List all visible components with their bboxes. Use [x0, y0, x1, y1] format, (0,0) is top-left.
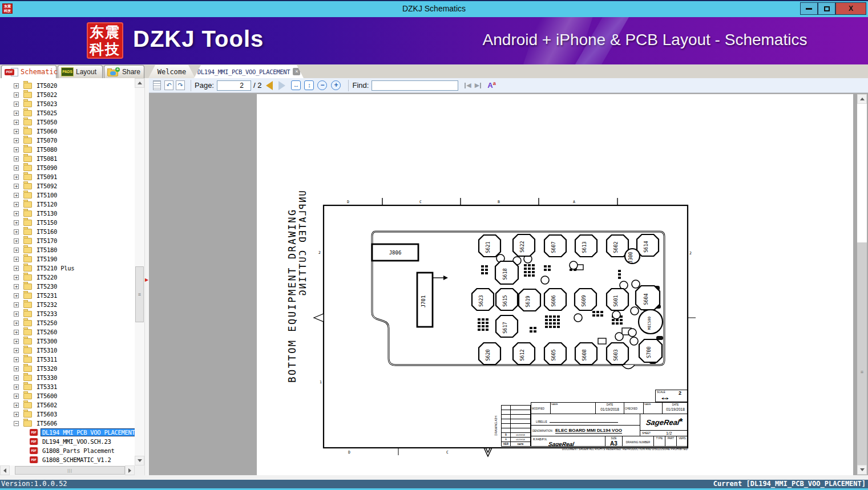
tree-folder-IT5600[interactable]: +IT5600 [0, 391, 135, 400]
tree-folder-IT5230[interactable]: +IT5230 [0, 282, 135, 291]
scrollbar-thumb[interactable]: ≡ [135, 266, 144, 322]
tree-folder-IT5170[interactable]: +IT5170 [0, 236, 135, 245]
tab-layout[interactable]: PADS Layout [58, 65, 103, 78]
scroll-down-icon[interactable] [857, 465, 867, 475]
smd-pad-cluster [618, 273, 621, 276]
tree-folder-IT5603[interactable]: +IT5603 [0, 410, 135, 419]
sidebar-vertical-scrollbar[interactable]: ≡ [135, 78, 144, 465]
text-select-icon[interactable] [153, 80, 161, 90]
scrollbar-thumb[interactable] [857, 242, 867, 465]
smd-pad-cluster [481, 269, 484, 271]
rotate-right-icon[interactable]: ↷ [176, 80, 185, 90]
find-input[interactable] [372, 80, 458, 91]
zoom-out-button[interactable]: − [317, 80, 327, 90]
tree-folder-IT5250[interactable]: +IT5250 [0, 318, 135, 327]
tab-document-active[interactable]: DL194_MMI_PCB_VOO_PLACEMENT × [194, 65, 304, 78]
svg-text:S604: S604 [643, 293, 649, 305]
splitter-collapse-icon[interactable]: ▶ [145, 277, 148, 282]
small-component [612, 311, 620, 319]
tree-document-G1808_Parts-Placement[interactable]: PDFG1808_Parts Placement [0, 446, 135, 455]
scroll-down-icon[interactable] [135, 456, 144, 465]
smd-pad-cluster [482, 322, 485, 324]
svg-text:B: B [498, 200, 500, 204]
schematic-tree-panel: +IT5020+IT5022+IT5023+IT5025+IT5050+IT50… [0, 78, 144, 475]
tree-folder-IT5190[interactable]: +IT5190 [0, 254, 135, 264]
tree-folder-IT5025[interactable]: +IT5025 [0, 108, 135, 118]
tree-folder-IT5602[interactable]: +IT5602 [0, 400, 135, 410]
tree-folder-IT5091[interactable]: +IT5091 [0, 172, 135, 181]
tree-folder-IT5220[interactable]: +IT5220 [0, 273, 135, 282]
tree-folder-IT5050[interactable]: +IT5050 [0, 118, 135, 127]
tree-folder-IT5070[interactable]: +IT5070 [0, 136, 135, 145]
smd-pad-cluster [478, 322, 481, 324]
tree-folder-IT5160[interactable]: +IT5160 [0, 227, 135, 236]
fit-page-button[interactable]: ↕ [304, 80, 314, 90]
tree-folder-IT5090[interactable]: +IT5090 [0, 163, 135, 172]
find-previous-icon[interactable]: ◀ [464, 82, 471, 89]
close-button[interactable]: X [835, 2, 866, 15]
smd-pad-cluster [528, 274, 531, 277]
tree-folder-IT5311[interactable]: +IT5311 [0, 355, 135, 364]
tree-folder-IT5060[interactable]: +IT5060 [0, 127, 135, 136]
tree-document-G1808_SCHEMATIC_V1.2[interactable]: PDFG1808_SCHEMATIC_V1.2 [0, 455, 135, 464]
sidebar-horizontal-scrollbar[interactable]: ||| [0, 465, 144, 475]
font-size-icon[interactable]: Aa [487, 80, 495, 90]
tree-folder-IT5023[interactable]: +IT5023 [0, 99, 135, 108]
maximize-button[interactable] [818, 2, 835, 15]
application-window: 东震科技 DZKJ Schematics X 东震科技 DZKJ Tools A… [0, 0, 868, 490]
tree-folder-IT5310[interactable]: +IT5310 [0, 346, 135, 355]
svg-text:S614: S614 [643, 241, 649, 252]
next-page-icon[interactable] [278, 81, 285, 90]
brand-logo: 东震科技 [87, 22, 123, 59]
close-tab-icon[interactable]: × [293, 68, 300, 75]
minimize-button[interactable] [800, 2, 818, 15]
fit-width-button[interactable]: ↔ [291, 80, 301, 90]
tree-folder-IT5080[interactable]: +IT5080 [0, 145, 135, 154]
page-input[interactable] [217, 80, 251, 91]
panel-splitter[interactable]: ▶ [144, 78, 149, 475]
tree-folder-IT5300[interactable]: +IT5300 [0, 337, 135, 346]
tree-folder-IT5022[interactable]: +IT5022 [0, 90, 135, 99]
smd-pad-cluster [557, 326, 560, 328]
tab-welcome[interactable]: Welcome [148, 65, 195, 78]
tree-folder-IT5092[interactable]: +IT5092 [0, 181, 135, 191]
tree-folder-IT5320[interactable]: +IT5320 [0, 364, 135, 373]
scroll-up-icon[interactable] [857, 94, 867, 104]
scroll-right-icon[interactable] [125, 465, 135, 475]
tree-folder-IT5331[interactable]: +IT5331 [0, 382, 135, 391]
zoom-in-button[interactable]: + [331, 80, 341, 90]
find-label: Find: [352, 81, 369, 90]
tree-folder-IT5260[interactable]: +IT5260 [0, 327, 135, 337]
tab-schematic[interactable]: PDF Schematic [1, 65, 56, 78]
svg-text:S622: S622 [519, 241, 525, 252]
viewer-vertical-scrollbar[interactable]: ≡ [857, 94, 867, 475]
tree-folder-IT5233[interactable]: +IT5233 [0, 309, 135, 318]
tree-document-DL194_MMI_VOO.SCH.23[interactable]: PDFDL194_MMI_VOO.SCH.23 [0, 437, 135, 446]
tree-folder-IT5081[interactable]: +IT5081 [0, 154, 135, 163]
tree-folder-IT5180[interactable]: +IT5180 [0, 245, 135, 254]
tree-folder-IT5232[interactable]: +IT5232 [0, 300, 135, 309]
tree-folder-IT5150[interactable]: +IT5150 [0, 218, 135, 227]
scroll-left-icon[interactable] [0, 465, 10, 475]
smd-pad-cluster [530, 330, 532, 333]
tree-document-DL194_MMI_PCB_VOO_PLACEMENT[interactable]: PDFDL194_MMI_PCB_VOO_PLACEMENT [0, 428, 135, 437]
tree-folder-IT5330[interactable]: +IT5330 [0, 373, 135, 382]
tree-folder-IT5606[interactable]: −IT5606 [0, 419, 135, 428]
scroll-up-icon[interactable] [135, 78, 144, 88]
small-component [631, 307, 639, 315]
tree-folder-IT5020[interactable]: +IT5020 [0, 81, 135, 90]
find-next-icon[interactable]: ▶ [475, 82, 482, 89]
pcb-bottom-notch [622, 365, 635, 369]
scrollbar-thumb[interactable]: ||| [15, 466, 125, 475]
tree-folder-IT5210-Plus[interactable]: +IT5210 Plus [0, 264, 135, 273]
smd-pad-cluster [553, 326, 556, 328]
tab-share[interactable]: + Share [104, 65, 144, 78]
tree-folder-IT5130[interactable]: +IT5130 [0, 209, 135, 218]
smd-pad-cluster [486, 325, 488, 327]
previous-page-icon[interactable] [266, 81, 273, 90]
tree-folder-IT5100[interactable]: +IT5100 [0, 191, 135, 200]
svg-text:A: A [573, 200, 575, 204]
rotate-left-icon[interactable]: ↶ [164, 80, 173, 90]
tree-folder-IT5120[interactable]: +IT5120 [0, 200, 135, 209]
tree-folder-IT5231[interactable]: +IT5231 [0, 291, 135, 300]
